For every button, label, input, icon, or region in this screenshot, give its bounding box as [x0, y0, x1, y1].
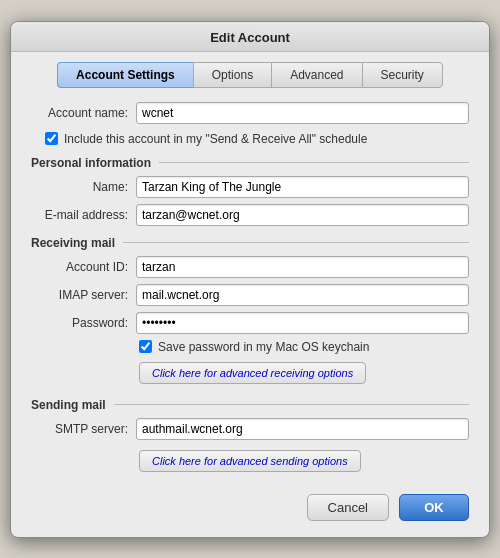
email-input[interactable]: [136, 204, 469, 226]
receiving-mail-section-header: Receiving mail: [31, 236, 469, 250]
imap-label: IMAP server:: [31, 288, 136, 302]
email-row: E-mail address:: [31, 204, 469, 226]
account-name-input[interactable]: [136, 102, 469, 124]
sending-mail-section-header: Sending mail: [31, 398, 469, 412]
schedule-checkbox-row: Include this account in my "Send & Recei…: [45, 132, 469, 146]
password-input[interactable]: [136, 312, 469, 334]
advanced-sending-btn-wrapper: Click here for advanced sending options: [31, 446, 469, 476]
personal-info-section-header: Personal information: [31, 156, 469, 170]
smtp-input[interactable]: [136, 418, 469, 440]
edit-account-dialog: Edit Account Account Settings Options Ad…: [10, 21, 490, 538]
email-label: E-mail address:: [31, 208, 136, 222]
password-row: Password:: [31, 312, 469, 334]
imap-row: IMAP server:: [31, 284, 469, 306]
tab-advanced[interactable]: Advanced: [271, 62, 361, 88]
account-id-input[interactable]: [136, 256, 469, 278]
tab-options[interactable]: Options: [193, 62, 271, 88]
tab-bar: Account Settings Options Advanced Securi…: [11, 52, 489, 88]
title-bar: Edit Account: [11, 22, 489, 52]
account-id-label: Account ID:: [31, 260, 136, 274]
save-password-row: Save password in my Mac OS keychain: [139, 340, 469, 354]
schedule-checkbox[interactable]: [45, 132, 58, 145]
save-password-checkbox[interactable]: [139, 340, 152, 353]
ok-button[interactable]: OK: [399, 494, 469, 521]
account-id-row: Account ID:: [31, 256, 469, 278]
name-label: Name:: [31, 180, 136, 194]
account-name-label: Account name:: [31, 106, 136, 120]
dialog-footer: Cancel OK: [11, 486, 489, 521]
save-password-label: Save password in my Mac OS keychain: [158, 340, 369, 354]
advanced-receiving-btn-wrapper: Click here for advanced receiving option…: [31, 358, 469, 388]
name-row: Name:: [31, 176, 469, 198]
dialog-title: Edit Account: [11, 30, 489, 45]
advanced-sending-button[interactable]: Click here for advanced sending options: [139, 450, 361, 472]
tab-security[interactable]: Security: [362, 62, 443, 88]
form-content: Account name: Include this account in my…: [11, 88, 489, 486]
smtp-label: SMTP server:: [31, 422, 136, 436]
cancel-button[interactable]: Cancel: [307, 494, 389, 521]
schedule-checkbox-label: Include this account in my "Send & Recei…: [64, 132, 367, 146]
smtp-row: SMTP server:: [31, 418, 469, 440]
account-name-row: Account name:: [31, 102, 469, 124]
imap-input[interactable]: [136, 284, 469, 306]
name-input[interactable]: [136, 176, 469, 198]
tab-account-settings[interactable]: Account Settings: [57, 62, 193, 88]
advanced-receiving-button[interactable]: Click here for advanced receiving option…: [139, 362, 366, 384]
password-label: Password:: [31, 316, 136, 330]
